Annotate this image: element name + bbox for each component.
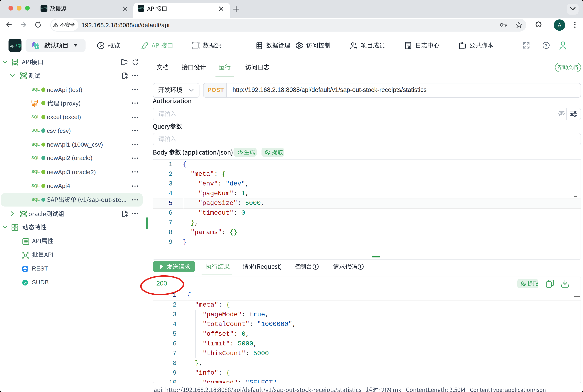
svg-text:API: API — [33, 100, 37, 103]
svg-text:P: P — [36, 45, 39, 49]
svg-text:A: A — [558, 22, 561, 28]
svg-text:?: ? — [545, 43, 547, 48]
